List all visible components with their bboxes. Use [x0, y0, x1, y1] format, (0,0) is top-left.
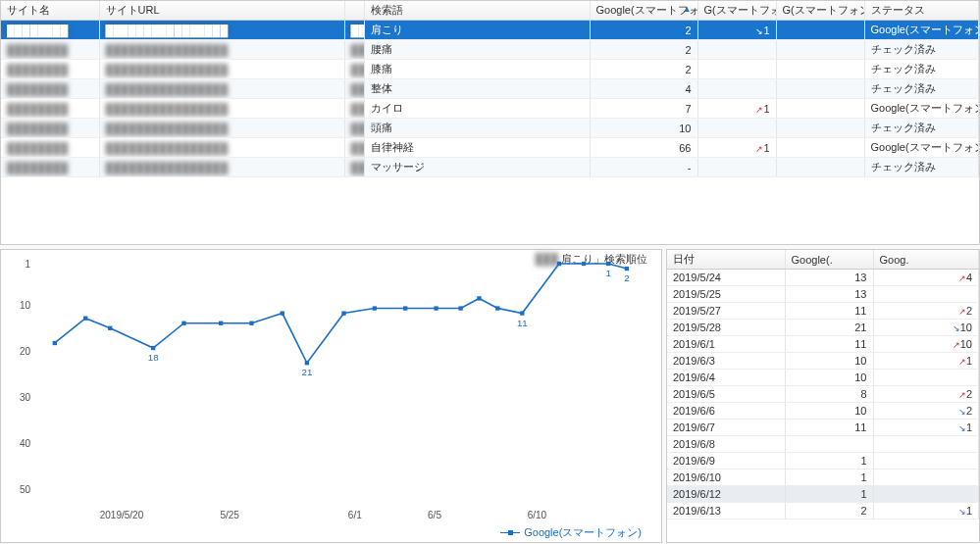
cell: 21	[785, 320, 873, 336]
table-row[interactable]: 2019/6/310↗1	[667, 353, 979, 370]
cell: ████████████████	[99, 40, 344, 60]
cell	[776, 60, 864, 79]
table-row[interactable]: ███████████████████████████カイロ7↗1Google(…	[1, 99, 979, 119]
history-table-panel: 日付Google(.Goog. 2019/5/2413↗42019/5/2513…	[666, 249, 980, 543]
svg-rect-8	[281, 311, 284, 315]
cell	[873, 486, 979, 503]
table-row[interactable]: 2019/6/410	[667, 370, 979, 386]
table-row[interactable]: ███████████████████████████膝痛2チェック済み	[1, 60, 979, 79]
cell: -	[590, 158, 697, 177]
svg-rect-5	[181, 321, 185, 325]
cell	[776, 119, 864, 138]
cell: 2019/6/13	[667, 503, 785, 519]
cell: ↗4	[873, 270, 979, 286]
svg-rect-22	[606, 262, 610, 266]
cell: 2	[590, 60, 697, 79]
table-row[interactable]: 2019/6/111↗10	[667, 336, 979, 353]
legend-marker-icon	[500, 532, 520, 533]
svg-rect-9	[305, 361, 309, 365]
table-row[interactable]: 2019/6/91	[667, 453, 979, 470]
col-header[interactable]: G(スマートフォン) .	[697, 1, 776, 21]
table-row[interactable]: 2019/5/2821↘10	[667, 320, 979, 336]
cell: 10	[785, 370, 873, 386]
cell: 1	[785, 470, 873, 486]
cell: マッサージ	[364, 158, 590, 177]
svg-rect-0	[53, 341, 57, 345]
keyword-table-panel: サイト名サイトURL検索語Google(スマートフォン)▲G(スマートフォン) …	[0, 0, 980, 245]
cell: ████████████████	[99, 60, 344, 79]
svg-text:18: 18	[148, 352, 159, 363]
cell: 10	[590, 119, 697, 138]
table-row[interactable]: 2019/5/2711↗2	[667, 303, 979, 320]
table-row[interactable]: ███████████████████████████自律神経66↗1Googl…	[1, 138, 979, 158]
table-row[interactable]: ███████████████████████████腰痛2チェック済み	[1, 40, 979, 60]
chart-plot-area: 18211112	[36, 264, 651, 507]
cell	[697, 40, 776, 60]
table-row[interactable]: ███████████████████████████整体4チェック済み	[1, 79, 979, 99]
svg-rect-6	[219, 321, 223, 325]
cell	[697, 158, 776, 177]
cell: 11	[785, 420, 873, 436]
col-header[interactable]: Google(スマートフォン)▲	[590, 1, 697, 21]
col-header[interactable]: Goog.	[873, 250, 979, 270]
col-header[interactable]: サイト名	[1, 1, 99, 21]
cell: チェック済み	[864, 119, 979, 138]
svg-rect-3	[151, 346, 155, 350]
cell: 2019/5/28	[667, 320, 785, 336]
table-row[interactable]: 2019/6/121	[667, 486, 979, 503]
cell: ↘10	[873, 320, 979, 336]
trend-down-icon: ↘	[958, 407, 966, 417]
cell: ███	[344, 60, 364, 79]
cell: ↘1	[697, 21, 776, 40]
table-row[interactable]: 2019/6/58↗2	[667, 386, 979, 403]
trend-up-icon: ↗	[755, 105, 763, 115]
col-header[interactable]: Google(.	[785, 250, 873, 270]
cell	[697, 60, 776, 79]
svg-text:2: 2	[624, 272, 629, 283]
svg-rect-7	[249, 321, 253, 325]
legend-label: Google(スマートフォン)	[524, 525, 642, 540]
col-header[interactable]: サイトURL	[99, 1, 344, 21]
table-row[interactable]: ███████████████████████████肩こり2↘1Google(…	[1, 21, 979, 40]
table-row[interactable]: ███████████████████████████マッサージ-チェック済み	[1, 158, 979, 177]
trend-down-icon: ↘	[755, 26, 763, 36]
col-header[interactable]: G(スマートフォン) 件数	[776, 1, 864, 21]
col-header[interactable]: 検索語	[364, 1, 590, 21]
y-tick-label: 20	[7, 346, 30, 357]
cell: Google(スマートフォン):67→66	[864, 138, 979, 158]
table-row[interactable]: 2019/6/8	[667, 436, 979, 453]
cell: 10	[785, 403, 873, 420]
cell: Google(スマートフォン):8→7	[864, 99, 979, 119]
table-row[interactable]: 2019/6/711↘1	[667, 420, 979, 436]
table-row[interactable]: ███████████████████████████頭痛10チェック済み	[1, 119, 979, 138]
svg-rect-21	[582, 262, 586, 266]
table-row[interactable]: 2019/5/2513	[667, 286, 979, 303]
table-row[interactable]: 2019/6/610↘2	[667, 403, 979, 420]
x-tick-label: 6/10	[528, 510, 546, 520]
cell	[697, 79, 776, 99]
cell	[776, 40, 864, 60]
cell: 10	[785, 353, 873, 370]
table-row[interactable]: 2019/6/132↘1	[667, 503, 979, 519]
col-header[interactable]	[344, 1, 364, 21]
cell: 頭痛	[364, 119, 590, 138]
cell	[697, 119, 776, 138]
cell: 4	[590, 79, 697, 99]
trend-down-icon: ↘	[958, 507, 966, 517]
cell: ███	[344, 119, 364, 138]
cell: 自律神経	[364, 138, 590, 158]
col-header[interactable]: ステータス	[864, 1, 979, 21]
cell: 11	[785, 336, 873, 353]
cell: ████████	[1, 60, 99, 79]
cell	[873, 436, 979, 453]
svg-rect-20	[557, 262, 561, 266]
cell: 8	[785, 386, 873, 403]
cell: 2019/5/27	[667, 303, 785, 320]
col-header[interactable]: 日付	[667, 250, 785, 270]
svg-rect-13	[403, 306, 407, 310]
x-tick-label: 2019/5/20	[100, 510, 144, 520]
x-tick-label: 6/5	[428, 510, 441, 520]
table-row[interactable]: 2019/6/101	[667, 470, 979, 486]
table-row[interactable]: 2019/5/2413↗4	[667, 270, 979, 286]
trend-up-icon: ↗	[958, 357, 966, 367]
